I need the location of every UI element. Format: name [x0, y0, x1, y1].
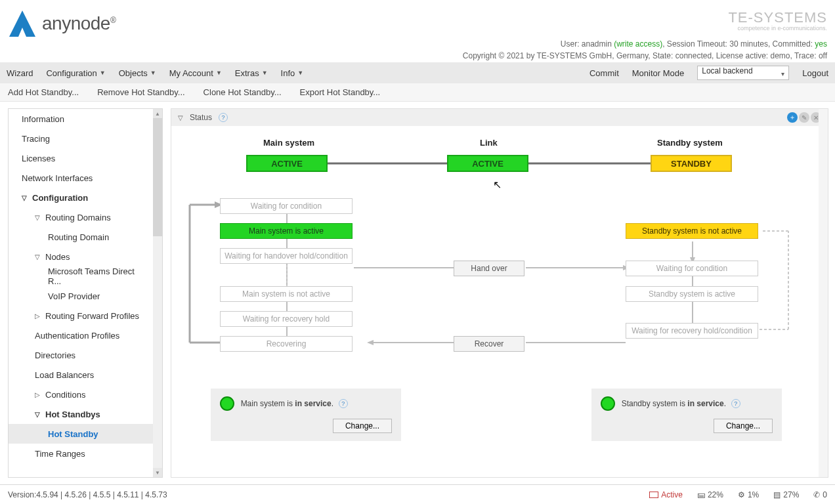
recover-button[interactable]: Recover — [454, 336, 525, 352]
handover-button[interactable]: Hand over — [454, 261, 525, 276]
menu-info[interactable]: Info▼ — [281, 68, 304, 78]
state-main-active: Main system is active — [220, 223, 353, 239]
menu-wizard[interactable]: Wizard — [7, 68, 33, 78]
header: anynode® TE-SYSTEMS competence in e-comm… — [0, 0, 835, 62]
scroll-down-icon[interactable]: ▼ — [153, 468, 162, 477]
scroll-handle[interactable] — [153, 118, 162, 236]
scroll-up-icon[interactable]: ▲ — [153, 109, 162, 118]
status-dot-green-icon — [220, 396, 234, 411]
svg-marker-0 — [9, 10, 35, 37]
sidebar-item-hot-standby[interactable]: Hot Standby — [9, 424, 153, 444]
sidebar-item-label: Hot Standbys — [45, 410, 100, 419]
standby-change-button[interactable]: Change... — [714, 419, 773, 433]
vendor-name: TE-SYSTEMS — [728, 9, 827, 26]
state-waiting-recovery-standby: Waiting for recovery hold/condition — [626, 323, 758, 339]
mouse-cursor-icon: ↖ — [493, 178, 502, 191]
sidebar-scrollbar[interactable]: ▲ ▼ — [153, 109, 162, 477]
vendor-tagline: competence in e-communications. — [728, 25, 827, 32]
app-logo: anynode® — [7, 8, 116, 39]
sidebar-item-licenses[interactable]: Licenses — [9, 148, 153, 168]
main-service-panel: Main system is in service. ? Change... — [211, 388, 401, 441]
help-icon[interactable]: ? — [731, 399, 740, 408]
help-icon[interactable]: ? — [219, 113, 228, 122]
state-main-not-active: Main system is not active — [220, 286, 353, 302]
triangle-down-icon: ▽ — [35, 214, 43, 221]
status-header: ▽ Status ? ＋ ✎ ✕ — [171, 109, 828, 126]
sidebar-item-network-interfaces[interactable]: Network Interfaces — [9, 168, 153, 188]
sidebar-item-configuration[interactable]: ▽Configuration — [9, 188, 153, 207]
menu-configuration[interactable]: Configuration▼ — [46, 68, 105, 78]
menu-logout[interactable]: Logout — [802, 68, 828, 78]
menu-extras[interactable]: Extras▼ — [235, 68, 268, 78]
link-badge: ACTIVE — [447, 155, 528, 172]
sidebar-item-directories[interactable]: Directories — [9, 345, 153, 365]
state-waiting-condition-main: Waiting for condition — [220, 198, 353, 214]
sidebar-item-tracing[interactable]: Tracing — [9, 129, 153, 148]
standby-service-text: Standby system is in service. — [622, 399, 726, 408]
menu-monitor-mode[interactable]: Monitor Mode — [632, 68, 684, 78]
export-hot-standby-button[interactable]: Export Hot Standby... — [300, 87, 381, 97]
sidebar-item-label: Routing Domains — [45, 213, 111, 222]
chevron-down-icon: ▾ — [781, 70, 784, 77]
status-calls: ✆0 — [813, 490, 827, 499]
menu-my-account[interactable]: My Account▼ — [169, 68, 222, 78]
caret-down-icon: ▼ — [297, 70, 303, 76]
add-icon[interactable]: ＋ — [787, 112, 798, 123]
anynode-logo-icon — [7, 8, 38, 39]
sidebar-item-nodes[interactable]: ▽Nodes — [9, 247, 153, 266]
content-scrollbar[interactable] — [819, 109, 828, 477]
sidebar-item-routing-forward-profiles[interactable]: ▷Routing Forward Profiles — [9, 306, 153, 326]
help-icon[interactable]: ? — [339, 399, 348, 408]
sidebar-item-label: Routing Forward Profiles — [45, 311, 139, 321]
sidebar-item-authentication-profiles[interactable]: Authentication Profiles — [9, 326, 153, 345]
menu-objects[interactable]: Objects▼ — [119, 68, 156, 78]
add-hot-standby-button[interactable]: Add Hot Standby... — [8, 87, 79, 97]
sidebar-item-information[interactable]: Information — [9, 109, 153, 129]
standby-service-panel: Standby system is in service. ? Change..… — [591, 388, 782, 441]
sidebar-item-label: Authentication Profiles — [35, 331, 119, 341]
clone-hot-standby-button[interactable]: Clone Hot Standby... — [203, 87, 282, 97]
caret-down-icon: ▼ — [150, 70, 156, 76]
triangle-down-icon: ▽ — [35, 253, 43, 261]
collapse-triangle-icon[interactable]: ▽ — [178, 114, 183, 121]
action-toolbar: Add Hot Standby... Remove Hot Standby...… — [0, 83, 835, 102]
status-memory: ▤27% — [773, 490, 799, 499]
state-standby-not-active: Standby system is not active — [626, 223, 758, 239]
sidebar-item-time-ranges[interactable]: Time Ranges — [9, 444, 153, 463]
vendor-brand: TE-SYSTEMS competence in e-communication… — [728, 9, 827, 32]
app-name: anynode® — [42, 13, 116, 34]
menu-commit[interactable]: Commit — [589, 68, 619, 78]
sidebar-item-label: Nodes — [45, 252, 70, 262]
sidebar-item-routing-domain[interactable]: Routing Domain — [9, 227, 153, 247]
main-change-button[interactable]: Change... — [333, 419, 392, 433]
sidebar-item-label: Time Ranges — [35, 449, 85, 459]
remove-hot-standby-button[interactable]: Remove Hot Standby... — [97, 87, 184, 97]
backend-select[interactable]: Local backend▾ — [697, 66, 789, 80]
status-active: Active — [649, 490, 683, 499]
caret-down-icon: ▼ — [100, 70, 106, 76]
status-disk: 🖴22% — [697, 490, 723, 499]
svg-marker-12 — [367, 340, 374, 345]
nav-sidebar: InformationTracingLicensesNetwork Interf… — [8, 108, 163, 478]
sidebar-item-label: Configuration — [32, 193, 88, 203]
content-panel: ▽ Status ? ＋ ✎ ✕ — [171, 108, 828, 478]
sidebar-item-load-balancers[interactable]: Load Balancers — [9, 365, 153, 385]
sidebar-item-label: Routing Domain — [48, 232, 109, 242]
main-system-badge: ACTIVE — [246, 155, 328, 172]
state-waiting-recovery-hold: Waiting for recovery hold — [220, 311, 353, 327]
sidebar-item-label: Conditions — [45, 390, 85, 400]
sidebar-item-voip-provider[interactable]: VoIP Provider — [9, 286, 153, 306]
sidebar-item-hot-standbys[interactable]: ▽Hot Standbys — [9, 404, 153, 424]
edit-icon[interactable]: ✎ — [799, 112, 809, 123]
sidebar-item-conditions[interactable]: ▷Conditions — [9, 385, 153, 404]
main-area: InformationTracingLicensesNetwork Interf… — [0, 102, 835, 484]
status-dot-green-icon — [601, 396, 615, 411]
sidebar-item-label: Information — [22, 114, 64, 124]
link-header: Link — [480, 138, 498, 148]
sidebar-item-label: Directories — [35, 350, 75, 360]
sidebar-item-routing-domains[interactable]: ▽Routing Domains — [9, 207, 153, 227]
sidebar-item-microsoft-teams-direct-r[interactable]: Microsoft Teams Direct R... — [9, 266, 153, 286]
sidebar-item-label: Load Balancers — [35, 370, 94, 380]
sidebar-item-label: Network Interfaces — [22, 173, 93, 183]
sidebar-item-label: Microsoft Teams Direct R... — [48, 266, 148, 286]
